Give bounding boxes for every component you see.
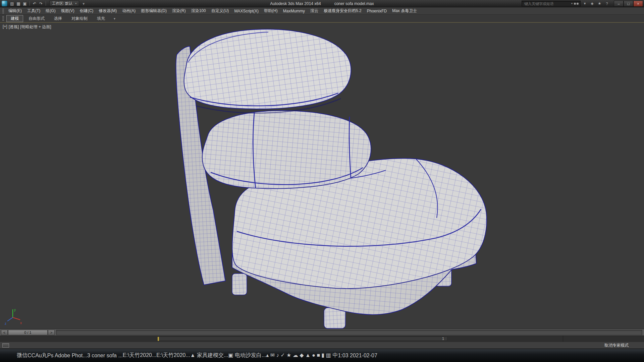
svg-text:x: x <box>20 321 22 325</box>
menu-group[interactable]: 组(G) <box>43 7 58 14</box>
3dsmax-app-logo-icon[interactable] <box>2 1 7 6</box>
menu-phoenixfd[interactable]: PhoenixFD <box>364 7 389 14</box>
taskbar-pin-dark-c[interactable]: C <box>32 353 36 359</box>
chevron-down-icon: ▾ <box>75 2 76 5</box>
previous-frame-button[interactable]: < <box>1 330 8 335</box>
selection-lock-icon[interactable] <box>2 343 9 348</box>
dark-c-app-icon: C <box>32 353 36 358</box>
tray-favorites-icon[interactable]: ★ <box>286 352 291 358</box>
menu-tools[interactable]: 工具(T) <box>24 7 43 14</box>
favorites-star-icon[interactable]: ★ <box>596 1 603 7</box>
tray-app-red-icon[interactable]: ▲ <box>305 352 311 358</box>
undo-icon[interactable]: ↶ <box>32 1 38 7</box>
tray-mail-icon[interactable]: ✉ <box>270 352 275 358</box>
ribbon-tab-modeling[interactable]: 建模 <box>6 15 23 22</box>
menu-render100[interactable]: 渲染100 <box>189 7 209 14</box>
file-title: coner sofa model.max <box>334 1 374 6</box>
tray-music-icon[interactable]: ♪ <box>276 352 279 358</box>
tray-volume-icon[interactable]: ▮ <box>322 352 325 358</box>
workspace-selector[interactable]: 工作区: 默认 ▾ <box>49 1 79 6</box>
menu-create[interactable]: 创建(C) <box>77 7 96 14</box>
open-file-icon[interactable]: ▦ <box>15 1 21 7</box>
clock-date: 2021-02-07 <box>350 353 377 358</box>
menu-edit[interactable]: 编辑(E) <box>6 7 24 14</box>
titlebar-right: ▾ ▾ ◈ ★ ? – □ × <box>522 1 643 7</box>
tray-ime-icon[interactable]: 中 <box>332 352 338 358</box>
taskbar-pin-audition[interactable]: Au <box>35 353 42 359</box>
taskbar-clock[interactable]: 1:03 2021-02-07 <box>338 353 377 359</box>
tray-expand-icon[interactable]: ▴ <box>266 352 269 358</box>
help-icon[interactable]: ? <box>604 1 610 7</box>
ribbon-tab-freeform[interactable]: 自由形式 <box>24 15 49 22</box>
ribbon-tab-populate[interactable]: 填充 <box>93 15 109 22</box>
tray-security-icon[interactable]: ✓ <box>280 352 285 358</box>
next-frame-button[interactable]: > <box>48 330 55 335</box>
track-bar[interactable]: 1 <box>0 336 644 342</box>
tray-network-icon[interactable]: ▥ <box>326 352 331 358</box>
menu-views[interactable]: 视图(V) <box>58 7 77 14</box>
new-scene-icon[interactable]: ▤ <box>9 1 15 7</box>
close-button[interactable]: × <box>633 1 643 7</box>
taskbar-button-folder-2[interactable]: E:\天竹2020... <box>156 352 190 359</box>
window-controls: – □ × <box>614 1 643 7</box>
trackbar-range[interactable] <box>157 337 447 341</box>
menu-rendering[interactable]: 渲染(R) <box>169 7 189 14</box>
taskbar-pin-red-c[interactable]: C <box>28 353 32 359</box>
menubar-grip[interactable] <box>2 9 4 13</box>
time-slider-track[interactable] <box>56 330 642 335</box>
taskbar-button-sofa-images[interactable]: ▣ 电动沙发白... <box>228 352 266 359</box>
sofa-wireframe-model[interactable] <box>0 23 644 329</box>
menu-help[interactable]: 帮助(H) <box>261 7 280 14</box>
communication-center-icon[interactable]: ◈ <box>589 1 595 7</box>
perspective-viewport[interactable]: [+] [透视] [明暗处理 + 边面] <box>0 23 644 329</box>
redo-icon[interactable]: ↷ <box>38 1 44 7</box>
infocenter-search[interactable]: ▾ <box>522 1 581 6</box>
save-file-icon[interactable]: ▣ <box>22 1 28 7</box>
menu-maxscript[interactable]: MAXScript(X) <box>231 7 261 14</box>
ribbon-grip[interactable] <box>2 16 4 21</box>
tray-display-icon[interactable]: ■ <box>317 352 320 358</box>
taskbar-button-folder-1[interactable]: E:\天竹2020... <box>123 352 157 359</box>
taskbar-button-3dsmax[interactable]: 3 coner sofa ... <box>87 353 123 359</box>
viewport-pov-menu[interactable]: [透视] <box>9 24 19 30</box>
maximize-button[interactable]: □ <box>624 1 633 7</box>
sofa-back-cushion-lower[interactable] <box>202 111 371 189</box>
menu-maxmummy[interactable]: MaxMummy <box>280 7 308 14</box>
minimize-button[interactable]: – <box>614 1 624 7</box>
search-history-caret-icon[interactable]: ▾ <box>571 2 573 5</box>
search-input[interactable] <box>524 1 570 6</box>
taskbar-pin-wan[interactable]: 丸 <box>42 352 47 359</box>
viewport-general-menu[interactable]: [+] <box>3 24 7 30</box>
menu-animation[interactable]: 动画(A) <box>119 7 138 14</box>
menu-slim-archive[interactable]: 极速瘦身安全归档5.2 <box>321 7 364 14</box>
ribbon-tab-object-paint[interactable]: 对象绘制 <box>67 15 92 22</box>
cancel-expert-mode-button[interactable]: 取消专家模式 <box>604 343 629 348</box>
start-button[interactable] <box>3 350 15 362</box>
taskbar-button-photoshop[interactable]: Ps Adobe Phot... <box>47 353 87 359</box>
titlebar: ▤ ▦ ▣ ↶ ↷ 工作区: 默认 ▾ ▾ Autodesk 3ds Max 2… <box>0 0 644 7</box>
time-slider: < 0 / 1 > <box>0 329 644 336</box>
tray-wechat-icon[interactable]: ● <box>312 352 315 358</box>
workspace-menu-caret-icon[interactable]: ▾ <box>80 1 87 7</box>
time-slider-handle[interactable]: 0 / 1 <box>8 330 48 335</box>
search-binoculars-icon[interactable] <box>574 3 576 5</box>
ribbon-collapse-caret-icon[interactable]: ▾ <box>114 17 115 20</box>
menu-xuanyun[interactable]: 渲云 <box>308 7 321 14</box>
taskbar-button-wechat[interactable]: 微信 <box>17 352 28 359</box>
tray-cloud-icon[interactable]: ☁ <box>293 352 298 358</box>
menu-customize[interactable]: 自定义(U) <box>209 7 232 14</box>
sofa-back-cushion-upper[interactable] <box>184 29 351 109</box>
taskbar-button-furniture-group[interactable]: ▲ 家具建模交... <box>190 352 228 359</box>
viewport-shading-menu[interactable]: [明暗处理 + 边面] <box>20 24 51 30</box>
separator <box>30 1 30 6</box>
world-axis-gizmo: y x z <box>4 307 23 326</box>
menu-max-antivirus[interactable]: Max 杀毒卫士 <box>389 7 420 14</box>
furniture-group-icon: ▲ <box>190 352 196 358</box>
sign-in-icon[interactable]: ▾ <box>582 1 588 7</box>
menu-modifiers[interactable]: 修改器(M) <box>96 7 119 14</box>
ribbon-tab-selection[interactable]: 选择 <box>50 15 66 22</box>
audition-icon: Au <box>35 353 42 358</box>
keyframe-marker[interactable] <box>158 337 159 341</box>
menu-graph-editors[interactable]: 图形编辑器(D) <box>138 7 169 14</box>
tray-app-blue-icon[interactable]: ◆ <box>300 352 304 358</box>
